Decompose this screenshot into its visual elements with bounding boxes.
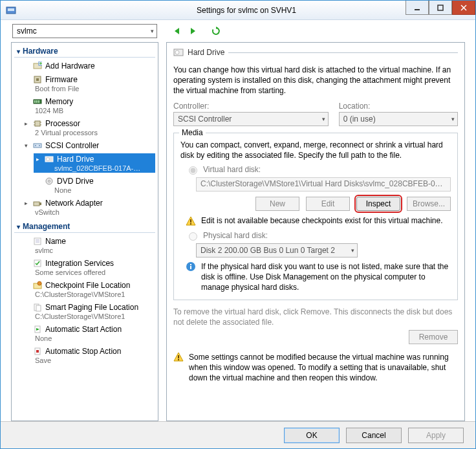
toolbar: svlmc ▾ [1,20,475,42]
hard-drive-icon [173,48,184,57]
hardware-header[interactable]: Hardware [14,45,155,58]
close-button[interactable] [452,1,475,15]
svg-rect-3 [438,5,443,10]
remove-button[interactable]: Remove [409,330,458,344]
tree-smart-paging[interactable]: Smart Paging File Location C:\ClusterSto… [12,300,158,322]
location-combo[interactable]: 0 (in use)▾ [339,112,458,126]
memory-icon [32,96,43,107]
vm-selector[interactable]: svlmc ▾ [12,24,157,38]
autostart-icon [32,324,43,334]
tree-firmware[interactable]: Firmware Boot from File [12,72,158,94]
tree-hard-drive[interactable]: ▸Hard Drive svlmc_028CBFEB-017A-4DA6-... [12,152,158,174]
media-description: You can compact, convert, expand, merge,… [180,140,451,160]
svg-point-30 [49,181,50,182]
vhd-radio-label: Virtual hard disk: [203,165,261,174]
edit-warning: Edit is not available because checkpoint… [186,216,451,226]
svg-rect-55 [178,359,179,360]
add-hardware-icon [32,61,43,71]
chevron-down-icon: ▾ [351,247,354,254]
media-fieldset: Media You can compact, convert, expand, … [173,133,458,300]
refresh-button[interactable] [210,25,222,37]
chevron-down-icon: ▾ [451,116,455,122]
svg-point-28 [47,158,50,161]
edit-button[interactable]: Edit [306,197,350,211]
location-label: Location: [339,102,458,111]
network-icon [32,198,43,208]
name-icon [32,236,43,246]
tree-auto-start[interactable]: Automatic Start Action None [12,322,158,344]
new-button[interactable]: New [255,197,299,211]
apply-button[interactable]: Apply [408,428,464,443]
controller-combo[interactable]: SCSI Controller▾ [173,112,329,126]
warning-icon [186,216,196,226]
svg-rect-51 [190,266,191,269]
vhd-radio-input[interactable] [189,166,197,175]
tree-name[interactable]: Name svlmc [12,234,158,256]
svg-rect-40 [36,305,41,311]
warning-icon [173,352,184,362]
physical-radio[interactable]: Physical hard disk: [186,230,451,241]
svg-rect-48 [190,219,191,223]
physical-disk-combo[interactable]: Disk 2 200.00 GB Bus 0 Lun 0 Target 2▾ [196,243,358,257]
tree-processor[interactable]: ▸Processor 2 Virtual processors [12,116,158,138]
maximize-button[interactable] [429,1,452,15]
settings-tree: Hardware Add Hardware Firmware Boot from… [11,42,158,421]
browse-button[interactable]: Browse... [407,197,451,211]
tree-dvd-drive[interactable]: DVD Drive None [12,174,158,196]
svg-rect-49 [190,223,191,224]
tree-add-hardware[interactable]: Add Hardware [12,59,158,72]
svg-rect-14 [36,78,39,81]
dvd-icon [44,176,54,186]
svg-rect-16 [34,100,36,103]
cancel-button[interactable]: Cancel [346,428,402,443]
back-button[interactable] [171,25,183,37]
svg-point-26 [39,145,40,146]
processor-icon [32,118,43,129]
physical-info-text: If the physical hard disk you want to us… [201,261,451,293]
services-icon [32,258,43,268]
inspect-button[interactable]: Inspect [356,197,400,211]
svg-rect-33 [34,238,41,245]
remove-note: To remove the virtual hard disk, click R… [173,307,458,327]
vhd-path-textbox[interactable]: C:\ClusterStorage\VMStore1\Virtual Hard … [196,177,451,192]
physical-disk-value: Disk 2 200.00 GB Bus 0 Lun 0 Target 2 [200,246,335,255]
svg-rect-54 [178,355,179,358]
svg-rect-24 [34,144,41,148]
panel-description: You can change how this virtual hard dis… [173,65,458,96]
hard-drive-icon [44,154,54,164]
svg-point-25 [35,145,36,146]
tree-scsi-controller[interactable]: ▾SCSI Controller [12,138,158,152]
chip-icon [32,74,43,85]
management-header[interactable]: Management [14,221,155,233]
svg-rect-1 [8,8,14,11]
tree-auto-stop[interactable]: Automatic Stop Action Save [12,344,158,366]
vm-selector-value: svlmc [17,27,37,36]
minimize-button[interactable] [406,1,429,15]
vhd-radio[interactable]: Virtual hard disk: [186,164,451,175]
paging-icon [32,302,43,312]
tree-integration-services[interactable]: Integration Services Some services offer… [12,256,158,278]
panel-header: Hard Drive [173,48,458,60]
attachment-row: Controller: SCSI Controller▾ Location: 0… [173,102,458,126]
panel-title: Hard Drive [188,48,224,57]
svg-point-38 [38,281,41,285]
main-area: Hardware Add Hardware Firmware Boot from… [1,42,475,421]
autostop-icon [32,346,43,356]
title-bar: Settings for svlmc on SVHV1 [1,1,475,20]
window-controls [406,1,475,15]
tree-checkpoint-location[interactable]: Checkpoint File Location C:\ClusterStora… [12,278,158,300]
info-icon [186,261,196,272]
physical-radio-label: Physical hard disk: [203,231,268,240]
svg-rect-19 [35,121,40,126]
tree-network-adapter[interactable]: ▸Network Adapter vSwitch [12,196,158,218]
ok-button[interactable]: OK [284,428,340,443]
physical-radio-input[interactable] [189,232,197,241]
tree-memory[interactable]: Memory 1024 MB [12,94,158,116]
nav-buttons [171,25,222,37]
svg-marker-6 [175,28,179,34]
running-warning: Some settings cannot be modified because… [173,352,458,384]
svg-rect-17 [36,100,38,103]
controller-value: SCSI Controller [178,115,232,124]
svg-rect-52 [190,264,191,265]
forward-button[interactable] [187,25,199,37]
